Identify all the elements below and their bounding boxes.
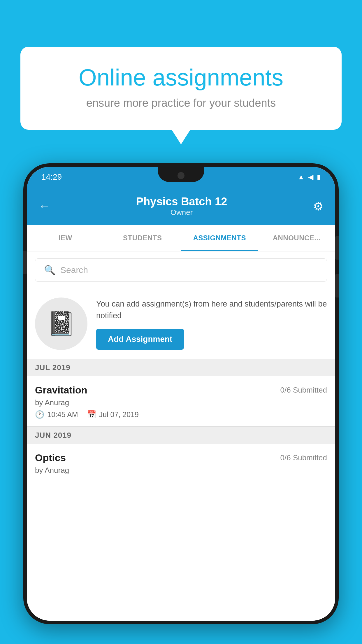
add-assignment-button[interactable]: Add Assignment bbox=[96, 329, 184, 350]
bubble-title: Online assignments bbox=[41, 64, 321, 91]
assignment-date: 📅 Jul 07, 2019 bbox=[87, 410, 139, 419]
search-bar[interactable]: 🔍 Search bbox=[35, 258, 327, 282]
assignment-submitted: 0/6 Submitted bbox=[280, 386, 327, 395]
header-subtitle: Owner bbox=[136, 208, 227, 217]
phone-screen: 14:29 ▲ ◀ ▮ ← Physics Batch 12 Owner ⚙ bbox=[27, 167, 335, 621]
assignment-top-row: Gravitation 0/6 Submitted bbox=[35, 384, 327, 396]
promo-icon-circle: 📓 bbox=[35, 298, 87, 350]
assignment-author: by Anurag bbox=[35, 398, 327, 407]
battery-icon: ▮ bbox=[317, 173, 321, 181]
assignment-time-text: 10:45 AM bbox=[47, 410, 78, 419]
search-icon: 🔍 bbox=[44, 265, 56, 276]
tab-announcements[interactable]: ANNOUNCE... bbox=[258, 225, 335, 251]
settings-icon[interactable]: ⚙ bbox=[313, 200, 324, 213]
tabs-bar: IEW STUDENTS ASSIGNMENTS ANNOUNCE... bbox=[27, 225, 335, 251]
search-placeholder: Search bbox=[60, 265, 88, 275]
bubble-subtitle: ensure more practice for your students bbox=[41, 97, 321, 109]
assignment-meta: 🕐 10:45 AM 📅 Jul 07, 2019 bbox=[35, 410, 327, 419]
tab-iew[interactable]: IEW bbox=[27, 225, 104, 251]
clock-icon: 🕐 bbox=[35, 410, 44, 419]
assignment-top-row-optics: Optics 0/6 Submitted bbox=[35, 452, 327, 463]
calendar-icon: 📅 bbox=[87, 410, 96, 419]
promo-block: 📓 You can add assignment(s) from here an… bbox=[27, 289, 335, 359]
tab-assignments-label: ASSIGNMENTS bbox=[193, 234, 246, 242]
section-header-jun: JUN 2019 bbox=[27, 426, 335, 444]
tab-iew-label: IEW bbox=[59, 234, 72, 242]
promo-description: You can add assignment(s) from here and … bbox=[96, 298, 327, 322]
volume-down-button bbox=[335, 274, 339, 298]
volume-button bbox=[23, 251, 27, 274]
section-label-jul: JUL 2019 bbox=[35, 363, 71, 372]
camera bbox=[178, 172, 184, 179]
phone-device: 14:29 ▲ ◀ ▮ ← Physics Batch 12 Owner ⚙ bbox=[23, 163, 339, 624]
assignment-item-optics[interactable]: Optics 0/6 Submitted by Anurag bbox=[27, 444, 335, 485]
app-header: ← Physics Batch 12 Owner ⚙ bbox=[27, 187, 335, 225]
promo-card: Online assignments ensure more practice … bbox=[20, 47, 342, 130]
assignment-author-optics: by Anurag bbox=[35, 466, 327, 475]
assignment-item-gravitation[interactable]: Gravitation 0/6 Submitted by Anurag 🕐 10… bbox=[27, 376, 335, 426]
power-button bbox=[335, 236, 339, 260]
header-title-block: Physics Batch 12 Owner bbox=[136, 195, 227, 217]
status-time: 14:29 bbox=[41, 172, 62, 182]
tab-students-label: STUDENTS bbox=[123, 234, 162, 242]
tab-students[interactable]: STUDENTS bbox=[104, 225, 181, 251]
notebook-icon: 📓 bbox=[47, 310, 76, 337]
section-header-jul: JUL 2019 bbox=[27, 359, 335, 376]
promo-text-block: You can add assignment(s) from here and … bbox=[96, 298, 327, 350]
content-area: 🔍 Search 📓 You can add assignment(s) fro… bbox=[27, 251, 335, 621]
tab-announcements-label: ANNOUNCE... bbox=[273, 234, 321, 242]
assignment-name: Gravitation bbox=[35, 384, 87, 396]
assignment-time: 🕐 10:45 AM bbox=[35, 410, 78, 419]
tab-assignments[interactable]: ASSIGNMENTS bbox=[181, 225, 258, 251]
assignment-name-optics: Optics bbox=[35, 452, 66, 463]
header-title: Physics Batch 12 bbox=[136, 195, 227, 208]
back-button[interactable]: ← bbox=[38, 200, 50, 213]
phone-notch bbox=[158, 167, 204, 182]
phone-wrapper: 14:29 ▲ ◀ ▮ ← Physics Batch 12 Owner ⚙ bbox=[23, 163, 339, 644]
assignment-date-text: Jul 07, 2019 bbox=[99, 410, 139, 419]
speech-bubble: Online assignments ensure more practice … bbox=[20, 47, 342, 130]
signal-icon: ◀ bbox=[308, 173, 313, 181]
wifi-icon: ▲ bbox=[298, 173, 305, 181]
assignment-submitted-optics: 0/6 Submitted bbox=[280, 453, 327, 462]
status-icons: ▲ ◀ ▮ bbox=[298, 173, 321, 181]
section-label-jun: JUN 2019 bbox=[35, 431, 71, 440]
